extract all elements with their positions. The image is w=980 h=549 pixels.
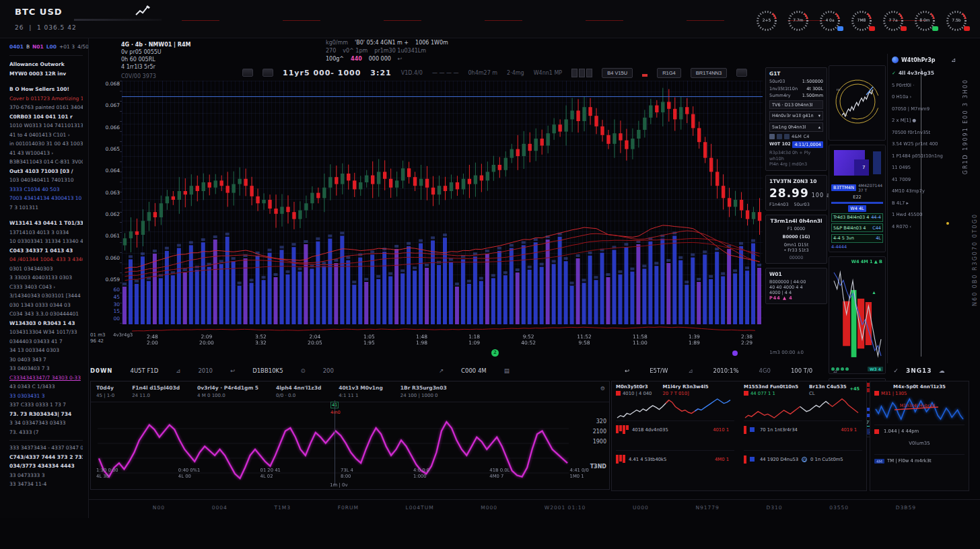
ago-tab[interactable]: 4G0 xyxy=(759,367,770,374)
sidebar-news-item[interactable]: Cover b 011723 Amortizing 12 xyxy=(9,96,83,103)
riga-button[interactable]: R1G4 xyxy=(657,68,681,78)
watchlist-row[interactable]: 11 0495 xyxy=(892,165,956,170)
balance-row[interactable]: 5&P B4l4n03 4C44 xyxy=(831,223,883,232)
bl-tab-6[interactable]: C000 4M xyxy=(461,367,487,374)
bl-tab-3[interactable]: 2010 xyxy=(198,367,213,374)
blue-link[interactable]: 4-4444 xyxy=(831,244,883,250)
wot-value-chip[interactable]: 4:11/1,0004 xyxy=(792,141,823,148)
sidebar-news-item[interactable]: C043 34337 1 0413 43 xyxy=(9,248,83,255)
watchlist-filter[interactable]: ✓ 4ll 4v3r4g35 xyxy=(892,70,956,76)
sidebar-token[interactable]: L00 xyxy=(46,44,57,50)
sidebar-news-item[interactable]: 337 C333 0333 1 73 7 xyxy=(9,402,83,409)
swing-select[interactable]: 5w1ng 0h4nn3l▴ xyxy=(769,122,823,132)
bottom-tab[interactable]: F0RUM xyxy=(338,505,359,511)
folder-icon[interactable] xyxy=(769,134,775,139)
watchlist-row[interactable]: 4 R070 ‹ xyxy=(892,224,956,229)
grid-view-icon[interactable] xyxy=(242,69,253,77)
sidebar-token[interactable]: N01 xyxy=(32,44,44,50)
share-icon[interactable]: ↗ xyxy=(439,367,444,374)
engie-row2[interactable]: 4M TM | Fl0w 4 m4rk3t xyxy=(874,454,965,464)
save-icon[interactable]: ▤ xyxy=(504,367,510,374)
sidebar-news-item[interactable]: 3/14340343 0303101 [3444 xyxy=(9,293,83,300)
undo-icon[interactable]: ↩ xyxy=(625,367,629,374)
target-icon[interactable]: ⊙ xyxy=(301,367,306,374)
sidebar-news-item[interactable]: 3 33003 40403133 0303 xyxy=(9,274,83,282)
play-marker[interactable]: 2 xyxy=(491,349,499,357)
bottom-tab[interactable]: W2001 01:10 xyxy=(545,505,586,511)
bottom-tab[interactable]: N91779 xyxy=(695,505,719,511)
purple-marker[interactable] xyxy=(732,351,738,356)
sidebar-news-item[interactable]: C3334343347/7 34303 0-33 xyxy=(9,375,83,382)
timeframe-range[interactable]: 11yr5 000- 1000 xyxy=(283,69,361,77)
watchlist-row[interactable]: 2 x M[1] ● xyxy=(892,118,956,123)
metric[interactable]: T0d4y45 | 1-0 xyxy=(96,385,114,398)
balance-row[interactable]: Tr4d3 B4l4n03 444-4 xyxy=(831,213,883,222)
git-row[interactable]: 1nv35t1t10n4t 300L xyxy=(769,86,823,92)
bottom-tab[interactable]: D310 xyxy=(767,505,783,511)
advance-row[interactable]: 4018 4dv4n035 4010 1 xyxy=(616,420,734,438)
gauge-dial[interactable]: 2+5 xyxy=(754,8,779,34)
danuse-row[interactable]: 44 1920 D4nu53 Q 0 1n Cu5t0m5 xyxy=(744,450,862,468)
spark-panel-b[interactable]: M1553nd Fun0t10n544 077 1 1 Br13n C4u535… xyxy=(744,384,862,420)
bl-tab-2[interactable]: 4U5T F1D xyxy=(130,367,158,374)
estw-tab[interactable]: E5T/W xyxy=(650,367,668,374)
sidebar-news-item[interactable]: 10 03303341 31334 13340 437 xyxy=(9,238,83,246)
sidebar-news-item[interactable]: 1010 W0313 104 741101313 xyxy=(9,122,83,130)
bottom-tab[interactable]: T1M3 xyxy=(274,505,291,511)
bettman-chip[interactable]: B3TTM4N xyxy=(831,184,856,191)
gauge-dial[interactable]: 7 7a xyxy=(880,8,906,34)
spark-panel-a[interactable]: M0n3y5t0r34010 | 4 040 M1l4ry R3n3w4l520… xyxy=(616,384,734,420)
sidebar-news-item[interactable]: B3B3411043 014 C-831 3V0010 xyxy=(9,159,83,166)
gear-icon[interactable]: ⚙ xyxy=(600,386,605,392)
metric[interactable]: 0v3rl4y · P4r4d1gm 54 M 0 100.0 xyxy=(197,385,258,398)
hdr-tag-c[interactable]: 1006 1W0m xyxy=(415,40,448,46)
gauge-dial[interactable]: 8 0m xyxy=(912,8,938,34)
engie-title[interactable]: 3NG13 xyxy=(906,367,932,374)
watchlist-row[interactable]: 1 P1484 p051t10n1ng xyxy=(892,153,956,159)
sidebar-news-item[interactable]: 7 3 101311 xyxy=(9,205,83,212)
sidebar-news-item[interactable]: 3 34 03347343 03433 xyxy=(9,420,83,427)
sidebar-news-item[interactable]: 33 34734 11-4 xyxy=(9,481,83,488)
interarea-row[interactable]: 70 1n 1nt3r4r34 4019 1 xyxy=(744,420,862,438)
sidebar-news-item[interactable]: 04 /401344 1004. 433 3 4340 xyxy=(9,256,83,264)
undo-icon[interactable]: ↩ xyxy=(398,56,403,62)
toolbar-mode[interactable]: V1D.4/0 xyxy=(401,70,423,76)
bl-tab-5[interactable]: 200 xyxy=(323,367,334,374)
undo-icon[interactable]: ↩ xyxy=(230,367,235,374)
pct-tab[interactable]: 2010:1% xyxy=(713,367,739,374)
bl-tab-4[interactable]: D1BB10K5 xyxy=(252,367,283,374)
watchlist-row[interactable]: B 4L7 ▸ xyxy=(892,200,956,206)
setbacks-row[interactable]: 4.41 4 53tb40k5 4M0 1 xyxy=(616,450,734,468)
sidebar-news-item[interactable]: 73. 4333 (7 xyxy=(9,429,83,437)
bottom-tab[interactable]: D3B59 xyxy=(896,505,916,511)
sidebar-news-item[interactable]: B O How Sellers 100! xyxy=(9,86,83,94)
bottom-tab[interactable]: 0004 xyxy=(212,505,228,511)
sidebar-news-item[interactable]: 3333 C1034 40 503 xyxy=(9,186,83,194)
layers-icon[interactable]: ⊿ xyxy=(176,367,180,374)
profile-panel[interactable]: W4 4M 1 ▲ B W3 4 xyxy=(829,256,886,374)
sidebar-news-item[interactable]: 030 1343 0333 0344 03 xyxy=(9,302,83,309)
hdr-tag-b[interactable]: 'B0' 05:4 4GN1 m + xyxy=(355,40,409,46)
gauge-dial[interactable]: 7.7m xyxy=(785,8,811,34)
w4-button[interactable]: W4 4L xyxy=(848,205,866,212)
blue-tool-icon[interactable] xyxy=(784,134,790,139)
gauge-dial[interactable]: 7M8 xyxy=(849,8,874,34)
toolbar-chart-opt[interactable]: 0h4m27 m xyxy=(468,70,498,76)
sidebar-news-item[interactable]: 0301 034340303 xyxy=(9,266,83,273)
engie-sparkline[interactable] xyxy=(874,396,965,422)
watchlist-row[interactable]: 0 H10a › xyxy=(892,94,956,100)
bottom-tab[interactable]: 03550 xyxy=(829,505,849,511)
bottom-tab[interactable]: L004TUM xyxy=(406,505,434,511)
toolbar-wann-opt[interactable]: W4nn1 MP xyxy=(534,70,563,76)
sidebar-news-item[interactable] xyxy=(9,79,83,84)
sidebar-news-item[interactable]: C034 343 3.3.0 030444401 xyxy=(9,311,83,318)
gauge-dial[interactable]: 7.5b xyxy=(944,8,969,34)
finance-link[interactable]: F1n4n03 xyxy=(769,202,789,207)
bottom-tab[interactable]: N00 xyxy=(153,505,165,511)
sidebar-news-item[interactable]: Allowance Outwork xyxy=(9,61,83,69)
britanni-button[interactable]: BR1T4NN3 xyxy=(691,68,727,78)
sidebar-news-item[interactable]: Out3 4103 71003 [03 / xyxy=(9,168,83,176)
blue-tool-icon[interactable] xyxy=(777,134,782,139)
candlestick-chart[interactable] xyxy=(122,81,763,324)
bottom-tab[interactable]: M000 xyxy=(481,505,497,511)
